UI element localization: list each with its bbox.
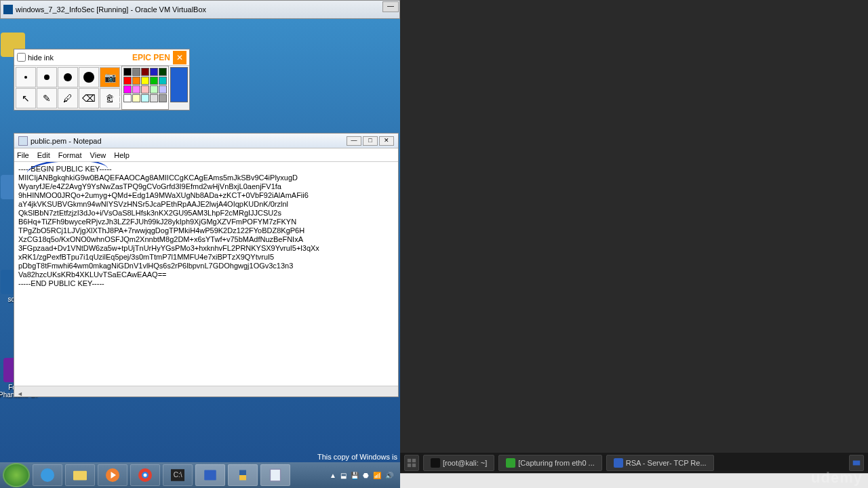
highlighter-tool[interactable]: 🖊 xyxy=(58,88,78,108)
current-color[interactable] xyxy=(170,67,188,102)
svg-rect-8 xyxy=(204,470,216,481)
epic-pen-logo: EPIC PEN xyxy=(132,53,170,62)
minimize-button[interactable]: — xyxy=(347,136,361,146)
color-swatch[interactable] xyxy=(132,68,140,76)
notepad-menubar: File Edit Format View Help xyxy=(14,148,398,162)
hide-ink-checkbox[interactable]: hide ink xyxy=(17,53,54,62)
svg-rect-14 xyxy=(853,461,861,466)
svg-rect-1 xyxy=(73,471,87,481)
notepad-icon xyxy=(18,136,28,146)
color-swatch[interactable] xyxy=(141,77,149,85)
taskbar-cmd[interactable]: C:\ xyxy=(163,464,193,486)
taskbar-chrome[interactable] xyxy=(130,464,160,486)
menu-file[interactable]: File xyxy=(17,151,29,159)
menu-edit[interactable]: Edit xyxy=(37,151,50,159)
taskbar-vbox[interactable] xyxy=(195,464,225,486)
color-swatch[interactable] xyxy=(159,94,167,102)
color-palette xyxy=(121,66,169,110)
color-swatch[interactable] xyxy=(150,94,158,102)
svg-point-5 xyxy=(144,474,147,477)
taskbar-wmp[interactable] xyxy=(98,464,127,486)
color-swatch[interactable] xyxy=(150,77,158,85)
tray-volume-icon[interactable]: 🔊 xyxy=(385,472,393,479)
close-button[interactable]: ✕ xyxy=(379,136,394,146)
cursor-tool[interactable]: ↖ xyxy=(16,88,36,108)
panel-wireshark[interactable]: [Capturing from eth0 ... xyxy=(498,455,602,471)
svg-text:C:\: C:\ xyxy=(174,471,182,479)
eraser-tool[interactable]: ⌫ xyxy=(79,88,99,108)
vbox-statusbar xyxy=(400,473,868,488)
system-tray: ▲ ⬓ 💾 ⬣ 📶 🔊 xyxy=(330,472,397,479)
win7-taskbar: C:\ ▲ ⬓ 💾 ⬣ 📶 🔊 xyxy=(0,462,400,488)
taskbar-python[interactable] xyxy=(228,464,258,486)
tray-arrow-icon[interactable]: ▲ xyxy=(330,472,336,479)
tray-disk-icon[interactable]: 💾 xyxy=(351,472,359,479)
watermark: udemy xyxy=(811,469,863,487)
virtualbox-icon xyxy=(3,5,13,14)
color-swatch[interactable] xyxy=(141,85,149,94)
brush-size-l[interactable] xyxy=(58,67,78,87)
brush-size-s[interactable] xyxy=(16,67,36,87)
taskbar-explorer[interactable] xyxy=(65,464,95,486)
color-swatch[interactable] xyxy=(159,68,167,76)
color-swatch[interactable] xyxy=(159,77,167,85)
color-swatch[interactable] xyxy=(150,68,158,76)
close-button[interactable]: ✕ xyxy=(173,51,186,64)
svg-rect-9 xyxy=(271,469,281,481)
vbox-titlebar-win7: windows_7_32_InfoSec [Running] - Oracle … xyxy=(0,0,400,19)
epic-pen-toolbar: hide ink EPIC PEN ✕ 📷 ↖ ✎ 🖊 ⌫ 🗑 xyxy=(14,49,190,110)
gui-label: GUI) xyxy=(106,95,121,103)
svg-rect-13 xyxy=(412,464,416,467)
vbox-title: windows_7_32_InfoSec [Running] - Oracle … xyxy=(16,5,206,14)
menu-help[interactable]: Help xyxy=(114,151,130,159)
gnome-bottom-panel: [root@kali: ~] [Capturing from eth0 ... … xyxy=(400,453,868,473)
pen-tool[interactable]: ✎ xyxy=(37,88,57,108)
taskbar-notepad[interactable] xyxy=(260,464,290,486)
color-swatch[interactable] xyxy=(132,94,140,102)
panel-terminal[interactable]: [root@kali: ~] xyxy=(423,455,494,471)
color-swatch[interactable] xyxy=(132,85,140,94)
notepad-window: public.pem - Notepad — □ ✕ File Edit For… xyxy=(14,133,399,397)
svg-rect-12 xyxy=(408,464,411,467)
maximize-button[interactable]: □ xyxy=(363,136,378,146)
color-swatch[interactable] xyxy=(150,85,158,94)
screenshot-tool[interactable]: 📷 xyxy=(100,67,120,87)
scrollbar-horizontal[interactable]: ◄ xyxy=(14,386,398,396)
windows-genuine-text: This copy of Windows is xyxy=(317,453,397,461)
svg-point-0 xyxy=(41,468,54,482)
brush-size-m[interactable] xyxy=(37,67,57,87)
tray-usb-icon[interactable]: ⬓ xyxy=(340,472,347,479)
color-swatch[interactable] xyxy=(123,85,132,94)
menu-format[interactable]: Format xyxy=(58,151,82,159)
win7-desktop[interactable]: sqli Foxit PhantomPDF hide ink EPIC PEN … xyxy=(0,19,400,462)
panel-editor[interactable]: RSA - Server- TCP Re... xyxy=(606,455,714,471)
minimize-button[interactable]: — xyxy=(382,1,399,12)
notepad-titlebar[interactable]: public.pem - Notepad — □ ✕ xyxy=(14,134,398,148)
color-swatch[interactable] xyxy=(141,68,149,76)
color-swatch[interactable] xyxy=(123,68,132,76)
tray-network-icon[interactable]: 📶 xyxy=(373,472,381,479)
notepad-textarea[interactable]: -----BEGIN PUBLIC KEY----- MIICIjANBgkqh… xyxy=(14,162,398,386)
tray-shield-icon[interactable]: ⬣ xyxy=(363,472,369,479)
color-swatch[interactable] xyxy=(141,94,149,102)
svg-rect-10 xyxy=(408,459,411,462)
color-swatch[interactable] xyxy=(132,77,140,85)
taskbar-ie[interactable] xyxy=(33,464,62,486)
menu-view[interactable]: View xyxy=(90,151,106,159)
brush-size-xl[interactable] xyxy=(79,67,99,87)
color-swatch[interactable] xyxy=(123,77,132,85)
color-swatch[interactable] xyxy=(123,94,132,102)
notepad-title: public.pem - Notepad xyxy=(31,137,102,145)
show-desktop-button[interactable] xyxy=(404,455,419,471)
start-button[interactable] xyxy=(3,463,30,487)
svg-rect-11 xyxy=(412,459,416,462)
color-swatch[interactable] xyxy=(159,85,167,94)
